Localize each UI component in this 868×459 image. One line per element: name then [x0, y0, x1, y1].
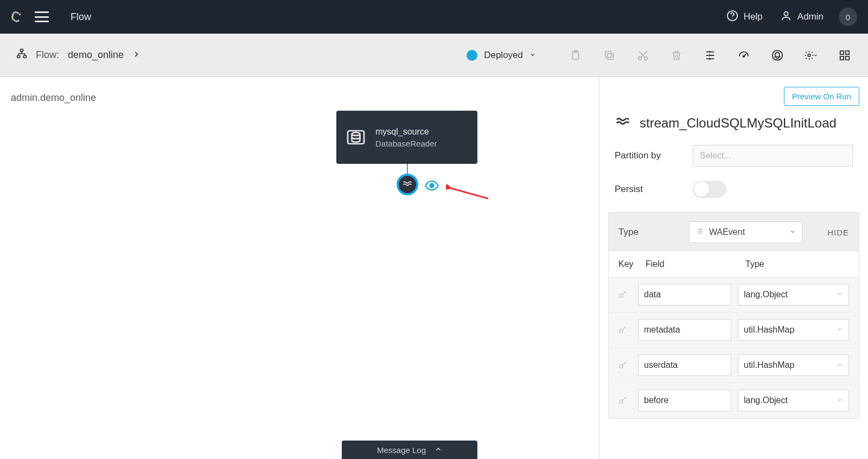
node-subtitle: DatabaseReader: [375, 139, 437, 148]
field-row: metadatautil.HashMap: [609, 313, 859, 348]
settings-button[interactable]: [804, 48, 818, 62]
apps-button[interactable]: [838, 48, 852, 62]
svg-rect-31: [846, 56, 849, 59]
admin-link[interactable]: Admin: [780, 10, 824, 24]
svg-point-7: [14, 20, 15, 21]
svg-rect-28: [840, 50, 844, 54]
performance-button[interactable]: [737, 48, 751, 62]
status-dropdown[interactable]: Deployed: [467, 50, 536, 61]
user-icon: [780, 10, 792, 24]
message-log-label: Message Log: [377, 445, 426, 455]
chevron-down-icon: [837, 396, 843, 405]
properties-panel: Preview On Run stream_CloudSQLMySQLInitL…: [599, 77, 868, 459]
col-type: Type: [745, 259, 849, 269]
key-icon[interactable]: [614, 325, 631, 335]
list-icon: [696, 227, 704, 237]
key-icon[interactable]: [614, 396, 631, 405]
canvas-namespace-label: admin.demo_online: [11, 92, 96, 104]
flow-canvas[interactable]: admin.demo_online mysql_source DatabaseR…: [0, 77, 599, 459]
svg-rect-29: [846, 50, 849, 54]
svg-point-3: [19, 14, 21, 15]
stream-icon: [615, 113, 631, 133]
key-icon[interactable]: [614, 360, 631, 370]
field-row: userdatautil.HashMap: [609, 348, 859, 383]
preview-on-run-button[interactable]: Preview On Run: [784, 87, 859, 106]
topbar: Flow Help Admin 0: [0, 0, 868, 34]
field-type-select[interactable]: util.HashMap: [738, 354, 849, 376]
svg-point-12: [784, 11, 788, 15]
svg-point-2: [17, 12, 18, 14]
field-type-select[interactable]: lang.Object: [738, 284, 849, 305]
cut-button[interactable]: [636, 48, 650, 62]
svg-point-34: [430, 184, 434, 188]
copy-button[interactable]: [602, 48, 616, 62]
notification-badge[interactable]: 0: [839, 8, 857, 26]
svg-point-33: [352, 132, 360, 136]
status-text: Deployed: [484, 50, 523, 61]
chevron-down-icon: [529, 50, 536, 60]
type-value: WAEvent: [709, 227, 745, 237]
svg-line-35: [449, 188, 488, 199]
persist-toggle[interactable]: [693, 181, 726, 198]
status-dot-icon: [467, 50, 477, 61]
svg-rect-19: [605, 51, 611, 57]
database-icon: [346, 127, 366, 147]
chevron-down-icon: [837, 325, 843, 335]
message-log-toggle[interactable]: Message Log: [342, 441, 477, 459]
persist-label: Persist: [615, 184, 682, 195]
key-icon[interactable]: [614, 290, 631, 299]
svg-point-6: [12, 18, 14, 20]
svg-rect-30: [840, 56, 844, 59]
node-title: mysql_source: [375, 127, 437, 137]
preview-eye-icon[interactable]: [424, 178, 439, 195]
stream-wave-icon: [402, 178, 413, 191]
col-field: Field: [646, 259, 745, 269]
type-label: Type: [618, 227, 678, 238]
svg-point-38: [620, 365, 623, 368]
delete-button[interactable]: [669, 48, 684, 62]
layout-button[interactable]: [703, 48, 717, 62]
svg-point-24: [709, 58, 710, 59]
panel-title: stream_CloudSQLMySQLInitLoad: [640, 116, 837, 131]
toolbar-actions: [569, 48, 852, 62]
svg-point-23: [709, 55, 710, 56]
stream-node[interactable]: [397, 174, 418, 195]
field-input[interactable]: metadata: [638, 319, 731, 341]
help-link[interactable]: Help: [726, 10, 763, 24]
breadcrumb-label: Flow:: [36, 49, 59, 61]
app-title: Flow: [71, 11, 91, 23]
panel-title-row: stream_CloudSQLMySQLInitLoad: [599, 111, 868, 145]
svg-point-8: [16, 21, 17, 22]
field-row: beforelang.Object: [609, 383, 859, 418]
fields-header: Key Field Type: [609, 252, 859, 277]
type-select[interactable]: WAEvent: [689, 221, 803, 243]
svg-point-0: [13, 12, 15, 14]
field-input[interactable]: data: [638, 284, 731, 305]
main-area: admin.demo_online mysql_source DatabaseR…: [0, 77, 868, 459]
hide-button[interactable]: HIDE: [827, 228, 849, 237]
svg-point-1: [15, 11, 17, 13]
field-input[interactable]: userdata: [638, 354, 731, 376]
partition-label: Partition by: [615, 150, 682, 161]
chevron-down-icon: [789, 227, 796, 237]
svg-point-11: [732, 17, 732, 18]
paste-button[interactable]: [569, 48, 583, 62]
svg-point-27: [808, 54, 810, 56]
menu-icon[interactable]: [35, 11, 49, 22]
field-type-select[interactable]: util.HashMap: [738, 319, 849, 341]
svg-point-22: [709, 51, 710, 52]
svg-rect-15: [23, 55, 26, 58]
field-input[interactable]: before: [638, 390, 731, 411]
alerts-button[interactable]: [770, 48, 784, 62]
chevron-up-icon: [435, 445, 442, 455]
breadcrumb[interactable]: Flow: demo_online: [16, 48, 140, 62]
help-label: Help: [744, 11, 763, 22]
fields-rows: datalang.Objectmetadatautil.HashMapuserd…: [609, 277, 859, 418]
svg-point-5: [11, 16, 13, 18]
field-type-select[interactable]: lang.Object: [738, 390, 849, 411]
svg-point-39: [620, 400, 623, 403]
svg-point-37: [620, 329, 623, 333]
source-node[interactable]: mysql_source DatabaseReader: [336, 111, 477, 164]
svg-point-36: [620, 294, 623, 297]
partition-select[interactable]: Select...: [693, 145, 853, 167]
